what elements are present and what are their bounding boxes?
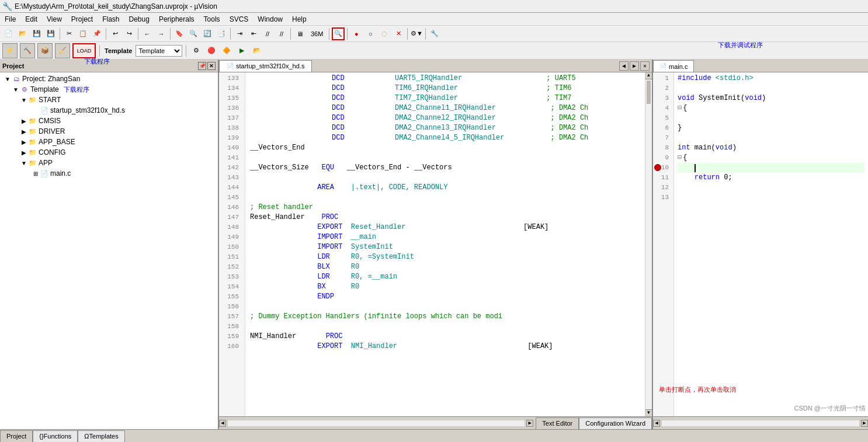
asm-scrollbar-left[interactable]: ◀: [219, 420, 226, 427]
scrollbar-up-btn[interactable]: ▲: [645, 72, 652, 79]
nav-back-btn[interactable]: ←: [141, 27, 154, 40]
go-btn[interactable]: ▶: [235, 44, 248, 57]
find-files-btn[interactable]: 📑: [215, 27, 228, 40]
tab-scroll-right[interactable]: ▶: [630, 61, 639, 71]
menu-debug[interactable]: Debug: [124, 14, 154, 25]
asm-scrollbar-right[interactable]: ▶: [526, 420, 533, 427]
template-select[interactable]: Template: [136, 45, 182, 57]
clean-btn[interactable]: 🧹: [55, 43, 70, 58]
menu-window[interactable]: Window: [253, 14, 287, 25]
tree-app-folder[interactable]: ▼ 📁 APP: [1, 158, 217, 168]
main-code-content[interactable]: #include <stdio.h> void SystemInit( void…: [674, 72, 868, 416]
asm-tab[interactable]: 📄 startup_stm32f10x_hd.s: [219, 60, 312, 72]
expand-startup[interactable]: [32, 107, 40, 114]
editor-area: 📄 startup_stm32f10x_hd.s ◀ ▶ ✕ 133 134 1…: [219, 60, 652, 429]
kill-btn[interactable]: ✕: [392, 27, 405, 40]
config-wizard-tab[interactable]: Configuration Wizard: [579, 417, 652, 429]
tab-close-btn[interactable]: ✕: [640, 61, 650, 71]
tree-cmsis-folder[interactable]: ▶ 📁 CMSIS: [1, 116, 217, 126]
tree-start-folder[interactable]: ▼ 📁 START: [1, 95, 217, 105]
stop-btn[interactable]: ○: [364, 27, 377, 40]
mainc-tab[interactable]: 📄 main.c: [653, 60, 694, 72]
reset-btn[interactable]: ◌: [378, 27, 391, 40]
scrollbar-down-btn[interactable]: ▼: [645, 409, 652, 416]
tree-appbase-folder[interactable]: ▶ 📁 APP_BASE: [1, 137, 217, 147]
menu-file[interactable]: File: [0, 14, 20, 25]
menu-svcs[interactable]: SVCS: [225, 14, 254, 25]
tree-driver-folder[interactable]: ▶ 📁 DRIVER: [1, 126, 217, 137]
expand-root[interactable]: ▼: [4, 76, 12, 82]
text-editor-tab[interactable]: Text Editor: [536, 417, 579, 429]
tab-scroll-left[interactable]: ◀: [619, 61, 629, 71]
menu-peripherals[interactable]: Peripherals: [154, 14, 199, 25]
right-hscroll-right[interactable]: ▶: [861, 420, 868, 427]
expand-appbase[interactable]: ▶: [20, 139, 28, 145]
breakpoint-indicator[interactable]: [654, 164, 661, 171]
undo-btn[interactable]: ↩: [109, 27, 121, 40]
cut-btn[interactable]: ✂: [63, 27, 75, 40]
paste-btn[interactable]: 📌: [91, 27, 103, 40]
menu-edit[interactable]: Edit: [20, 14, 42, 25]
load-btn[interactable]: LOAD: [72, 43, 96, 58]
build-btn[interactable]: ⚡: [2, 43, 18, 58]
replace-btn[interactable]: 🔄: [201, 27, 214, 40]
right-hscroll-track[interactable]: [661, 420, 860, 427]
prog-btn[interactable]: 🔶: [220, 44, 233, 57]
save-btn[interactable]: 💾: [30, 27, 43, 40]
expand-template[interactable]: ▼: [12, 86, 20, 93]
nav-fwd-btn[interactable]: →: [155, 27, 168, 40]
tree-config-folder[interactable]: ▶ 📁 CONFIG: [1, 147, 217, 158]
tree-mainc-file[interactable]: ⊞ 📄 main.c: [1, 168, 217, 179]
bottom-project-tab[interactable]: Project: [0, 430, 33, 442]
asm-vscrollbar[interactable]: ▲ ▼: [645, 72, 652, 416]
new-file-btn[interactable]: 📄: [2, 27, 15, 40]
project-root-icon: 🗂: [12, 74, 21, 83]
bottom-templates-tab[interactable]: Ω Templates: [78, 430, 124, 442]
unindent-btn[interactable]: ⇤: [247, 27, 260, 40]
tree-startup-file[interactable]: 📄 startup_stm32f10x_hd.s: [1, 105, 217, 116]
right-hscroll-left[interactable]: ◀: [653, 420, 660, 427]
menu-tools[interactable]: Tools: [199, 14, 225, 25]
file-btn[interactable]: 📂: [251, 44, 263, 57]
cursor-bar: [695, 164, 696, 172]
expand-config[interactable]: ▶: [20, 149, 28, 156]
comment-btn[interactable]: //: [261, 27, 274, 40]
fold-icon-9[interactable]: ⊟: [678, 153, 682, 163]
copy-btn[interactable]: 📋: [77, 27, 89, 40]
close-panel-btn[interactable]: ✕: [207, 62, 216, 70]
debug-win-btn[interactable]: 🖥: [293, 27, 306, 40]
save-all-btn[interactable]: 💾: [44, 27, 57, 40]
uncomment-btn[interactable]: //: [275, 27, 288, 40]
expand-mainc[interactable]: ⊞: [32, 170, 40, 177]
pin-btn[interactable]: 📌: [198, 62, 206, 70]
menu-help[interactable]: Help: [287, 14, 311, 25]
asm-code-content[interactable]: DCD UART5_IRQHandler ; UART5 DCD TIM6_: [245, 72, 645, 416]
rebuild-btn[interactable]: 🔨: [20, 43, 35, 58]
target-options-btn[interactable]: ⚙▼: [410, 27, 423, 40]
expand-driver[interactable]: ▶: [20, 128, 28, 135]
project-name: Project: ZhangSan: [22, 75, 80, 83]
wizard-btn[interactable]: ⚙: [190, 44, 203, 57]
expand-start[interactable]: ▼: [20, 97, 28, 103]
batch-btn[interactable]: 📦: [37, 43, 53, 58]
redo-btn[interactable]: ↪: [123, 27, 136, 40]
settings-btn[interactable]: 🔧: [428, 27, 441, 40]
tree-root[interactable]: ▼ 🗂 Project: ZhangSan: [1, 74, 217, 84]
menu-project[interactable]: Project: [67, 14, 98, 25]
find-btn[interactable]: 🔍: [187, 27, 200, 40]
asm-hscrollbar-track[interactable]: [227, 420, 525, 427]
run-btn[interactable]: ●: [350, 27, 363, 40]
bookmark-btn[interactable]: 🔖: [173, 27, 186, 40]
chip-btn[interactable]: 🔴: [205, 44, 218, 57]
tree-template[interactable]: ▼ ⚙ Template 下载程序: [1, 84, 217, 95]
search-btn[interactable]: 🔍: [332, 27, 345, 40]
scrollbar-thumb[interactable]: [647, 81, 651, 104]
menu-flash[interactable]: Flash: [98, 14, 124, 25]
fold-icon-4[interactable]: ⊟: [678, 103, 682, 113]
bottom-functions-tab[interactable]: {} Functions: [33, 430, 78, 442]
indent-btn[interactable]: ⇥: [233, 27, 246, 40]
expand-app[interactable]: ▼: [20, 160, 28, 166]
expand-cmsis[interactable]: ▶: [20, 118, 28, 124]
open-btn[interactable]: 📂: [16, 27, 29, 40]
menu-view[interactable]: View: [42, 14, 67, 25]
